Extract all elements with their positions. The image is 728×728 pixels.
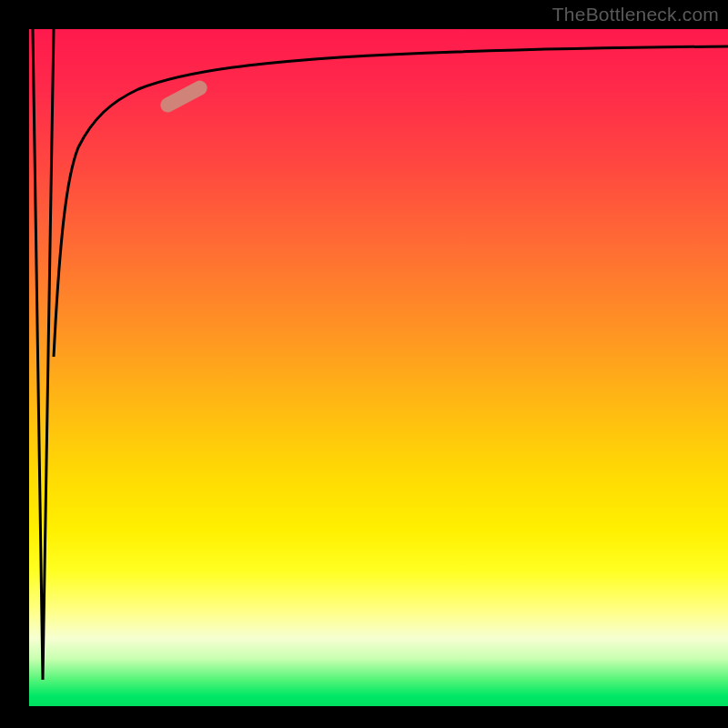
spike-path: [33, 29, 54, 680]
bottleneck-curve-path: [54, 46, 728, 357]
plot-area: [29, 29, 728, 706]
chart-stage: TheBottleneck.com: [0, 0, 728, 728]
curve-layer: [29, 29, 728, 706]
attribution-watermark: TheBottleneck.com: [552, 4, 719, 25]
